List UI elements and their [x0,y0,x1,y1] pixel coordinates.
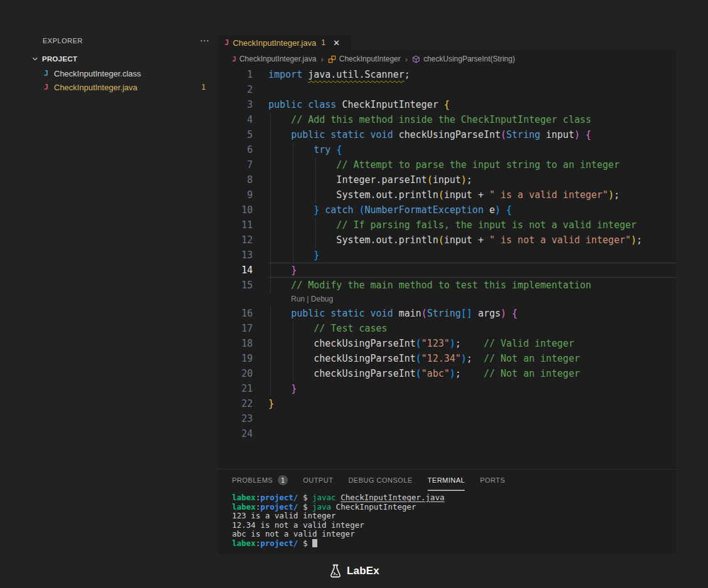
code-line[interactable]: 15 // Modify the main method to test thi… [218,278,676,293]
terminal-line: abc is not a valid integer [232,530,676,539]
code-line[interactable]: 3public class CheckInputInteger { [218,97,676,112]
breadcrumb-item[interactable]: CheckInputInteger [328,55,401,63]
indent-guide [293,366,293,381]
line-number[interactable]: 8 [218,172,253,187]
code-line[interactable]: 19 checkUsingParseInt("12.34"); // Not a… [218,351,676,366]
method-icon [412,55,420,63]
indent-guide [293,218,293,233]
line-number[interactable]: 3 [218,97,253,112]
code-line[interactable]: 4 // Add this method inside the CheckInp… [218,112,676,127]
code-line[interactable]: 13 } [218,248,676,263]
line-number[interactable]: 24 [218,426,253,441]
indent-guide [293,233,293,248]
line-number[interactable]: 11 [218,218,253,233]
panel-tab-output[interactable]: OUTPUT [303,470,333,491]
code-line-content: Integer.parseInt(input); [268,172,676,187]
code-line[interactable]: 17 // Test cases [218,321,676,336]
code-line-content: System.out.println(input + " is a valid … [268,187,676,202]
code-line[interactable]: 11 // If parsing fails, the input is not… [218,218,676,233]
indent-guide [270,248,271,263]
indent-guide [315,172,316,187]
code-line[interactable]: 24 [218,426,676,441]
line-number[interactable]: 15 [218,278,253,293]
file-name: CheckInputInteger.java [54,83,137,92]
code-line[interactable]: 20 checkUsingParseInt("abc"); // Not an … [218,366,676,381]
problem-count-badge: 1 [201,83,206,92]
breadcrumb-item[interactable]: JCheckInputInteger.java [232,55,316,63]
java-file-icon: J [232,55,236,63]
code-line[interactable]: 16 public static void main(String[] args… [218,306,676,321]
tree-item[interactable]: JCheckInputInteger.class [0,66,218,80]
tree-item[interactable]: JCheckInputInteger.java1 [0,80,218,94]
code-line-content: import java.util.Scanner; [268,67,676,82]
line-number[interactable]: 21 [218,381,253,396]
code-line[interactable]: 14 } [218,263,676,278]
panel-tab-debug-console[interactable]: DEBUG CONSOLE [348,470,412,491]
brand-name: LabEx [347,565,379,577]
line-number[interactable]: 6 [218,142,253,157]
code-line[interactable]: 7 // Attempt to parse the input string t… [218,157,676,172]
run-link[interactable]: Run [291,295,305,303]
panel-tab-ports[interactable]: PORTS [480,470,505,491]
more-actions-icon[interactable]: ⋯ [200,38,210,44]
code-line[interactable]: 22} [218,396,676,411]
code-editor[interactable]: 1import java.util.Scanner;23public class… [218,67,676,469]
breadcrumb-label: CheckInputInteger.java [240,55,317,63]
indent-guide [270,366,271,381]
code-line[interactable]: 21 } [218,381,676,396]
line-number[interactable]: 12 [218,233,253,248]
project-folder-row[interactable]: PROJECT [31,55,77,63]
terminal-file-link[interactable]: CheckInputInteger.java [341,493,445,502]
indent-guide [270,233,271,248]
indent-guide [293,248,293,263]
line-number[interactable]: 7 [218,157,253,172]
code-line[interactable]: 12 System.out.println(input + " is not a… [218,233,676,248]
line-number[interactable]: 10 [218,202,253,218]
line-number[interactable]: 23 [218,411,253,426]
code-line[interactable]: 5 public static void checkUsingParseInt(… [218,127,676,142]
line-number[interactable]: 16 [218,306,253,321]
indent-guide [270,172,271,187]
explorer-sidebar: EXPLORER ⋯ PROJECT JCheckInputInteger.cl… [0,0,218,554]
indent-guide [315,157,316,172]
line-number[interactable]: 4 [218,112,253,127]
code-line-content: System.out.println(input + " is not a va… [268,233,676,248]
panel-tab-problems[interactable]: PROBLEMS1 [232,470,288,491]
code-line[interactable]: 10 } catch (NumberFormatException e) { [218,202,676,218]
line-number[interactable]: 19 [218,351,253,366]
code-line[interactable]: 23 [218,411,676,426]
codelens-row: Run | Debug [218,293,676,306]
close-icon[interactable]: ✕ [333,38,340,48]
breadcrumb-label: checkUsingParseInt(String) [423,55,515,63]
code-line[interactable]: 2 [218,82,676,97]
indent-guide [315,218,316,233]
line-number[interactable]: 5 [218,127,253,142]
footer: LabEx [0,554,708,588]
indent-guide [270,112,271,127]
line-number[interactable]: 9 [218,187,253,202]
terminal[interactable]: labex:project/ $ javac CheckInputInteger… [218,491,676,548]
code-line-content: } [268,381,676,396]
indent-guide [293,157,293,172]
tab-checkinputinteger-java[interactable]: J CheckInputInteger.java 1 ✕ [218,34,351,51]
panel-tab-bar: PROBLEMS1OUTPUTDEBUG CONSOLETERMINALPORT… [218,470,676,491]
code-line-content: try { [268,142,676,157]
code-line[interactable]: 9 System.out.println(input + " is a vali… [218,187,676,202]
line-number[interactable]: 1 [218,67,253,82]
line-number[interactable]: 2 [218,82,253,97]
indent-guide [293,202,293,218]
code-line[interactable]: 18 checkUsingParseInt("123"); // Valid i… [218,336,676,351]
line-number[interactable]: 22 [218,396,253,411]
line-number[interactable]: 17 [218,321,253,336]
line-number[interactable]: 18 [218,336,253,351]
code-line[interactable]: 1import java.util.Scanner; [218,67,676,82]
code-line[interactable]: 8 Integer.parseInt(input); [218,172,676,187]
line-number[interactable]: 20 [218,366,253,381]
line-number[interactable]: 14 [218,263,253,278]
breadcrumb-item[interactable]: checkUsingParseInt(String) [412,55,515,63]
line-number[interactable]: 13 [218,248,253,263]
debug-link[interactable]: Debug [311,295,333,303]
breadcrumb-separator-icon: › [405,55,408,64]
code-line[interactable]: 6 try { [218,142,676,157]
panel-tab-terminal[interactable]: TERMINAL [428,470,465,491]
